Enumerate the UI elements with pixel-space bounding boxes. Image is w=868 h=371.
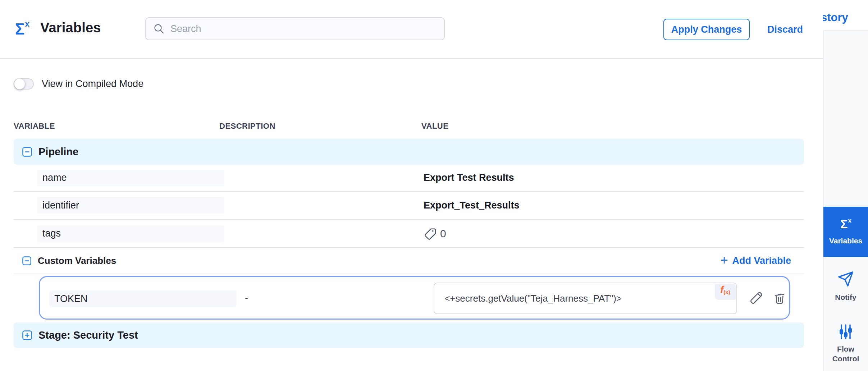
- custom-variable-name-field: TOKEN: [49, 290, 236, 307]
- paper-plane-icon: [837, 271, 854, 287]
- drawer-header: Σx Variables Apply Changes Discard: [0, 0, 823, 59]
- table-row: tags 0: [14, 220, 804, 248]
- variable-name-field: tags: [37, 225, 224, 242]
- compiled-mode-toggle-row: View in Compiled Mode: [14, 78, 143, 90]
- sidebar-item-label: FlowControl: [832, 344, 859, 364]
- variable-name-field: name: [37, 170, 224, 186]
- sidebar-item-label: Notify: [835, 292, 856, 302]
- table-row: name Export Test Results: [14, 165, 804, 192]
- collapse-minus-icon[interactable]: [22, 256, 31, 265]
- column-header-description: DESCRIPTION: [219, 122, 275, 131]
- sigma-x-icon: Σx: [840, 218, 851, 230]
- column-header-value: VALUE: [421, 122, 448, 131]
- search-input[interactable]: [170, 23, 437, 35]
- section-title: Stage: Security Test: [38, 329, 138, 341]
- collapse-minus-icon[interactable]: [22, 147, 32, 157]
- toggle-knob: [14, 78, 25, 90]
- section-header-stage[interactable]: Stage: Security Test: [14, 322, 804, 348]
- custom-variable-description: -: [245, 277, 248, 319]
- discard-button[interactable]: Discard: [764, 19, 807, 40]
- custom-variable-row: TOKEN - <+secrets.getValue("Teja_Harness…: [14, 274, 804, 322]
- tag-icon: [424, 227, 437, 240]
- expression-fx-badge[interactable]: f(x): [715, 284, 736, 300]
- custom-variable-card[interactable]: TOKEN - <+secrets.getValue("Teja_Harness…: [39, 276, 790, 320]
- section-header-pipeline[interactable]: Pipeline: [14, 139, 804, 165]
- apply-changes-button[interactable]: Apply Changes: [663, 19, 750, 40]
- column-header-variable: VARIABLE: [14, 122, 55, 131]
- variable-value: Export_Test_Results: [424, 200, 520, 211]
- table-row: identifier Export_Test_Results: [14, 192, 804, 220]
- expand-plus-icon[interactable]: [22, 330, 32, 340]
- variable-name-field: identifier: [37, 197, 224, 214]
- section-header-custom-variables: Custom Variables + Add Variable: [14, 248, 804, 274]
- sidebar-item-variables[interactable]: Σx Variables: [823, 207, 868, 257]
- custom-variable-value-input[interactable]: <+secrets.getValue("Teja_Harness_PAT")> …: [434, 283, 737, 314]
- variable-value: Export Test Results: [424, 172, 514, 183]
- sidebar-item-notify[interactable]: Notify: [823, 268, 868, 305]
- section-title: Custom Variables: [38, 255, 116, 266]
- right-toolbar-sidebar: Σx Variables Notify: [823, 31, 868, 371]
- tag-count: 0: [440, 228, 446, 240]
- history-link-partial[interactable]: story: [821, 11, 848, 24]
- plus-icon: +: [720, 254, 728, 267]
- compiled-mode-toggle[interactable]: [14, 78, 34, 90]
- search-box[interactable]: [145, 17, 445, 40]
- sidebar-item-label: Variables: [829, 236, 862, 246]
- page-title: Variables: [40, 20, 101, 36]
- sigma-x-logo-icon: Σx: [15, 18, 29, 40]
- edit-pencil-icon[interactable]: [749, 291, 763, 305]
- section-title: Pipeline: [38, 146, 78, 158]
- compiled-mode-label: View in Compiled Mode: [42, 78, 143, 90]
- variables-drawer: Σx Variables Apply Changes Discard View …: [0, 0, 823, 371]
- delete-trash-icon[interactable]: [773, 291, 786, 305]
- add-variable-button[interactable]: + Add Variable: [720, 255, 791, 267]
- sliders-icon: [837, 324, 854, 340]
- variable-value: 0: [424, 227, 446, 240]
- screen: story Σx Variables Notify: [0, 0, 868, 371]
- variables-table: Pipeline name Export Test Results identi…: [14, 139, 804, 348]
- table-column-headers: VARIABLE DESCRIPTION VALUE: [0, 122, 823, 132]
- expression-value[interactable]: <+secrets.getValue("Teja_Harness_PAT")>: [444, 283, 622, 313]
- search-icon: [153, 23, 165, 35]
- sidebar-item-flow-control[interactable]: FlowControl: [823, 322, 868, 366]
